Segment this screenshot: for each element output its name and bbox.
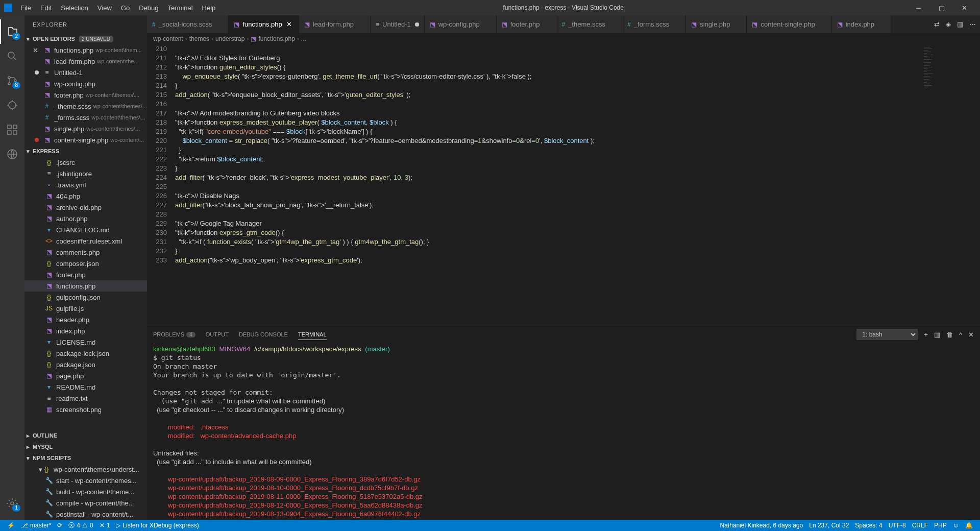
file-tree-item[interactable]: ≡.jshintignore bbox=[24, 168, 147, 179]
file-tree-item[interactable]: ▾CHANGELOG.md bbox=[24, 224, 147, 235]
debug-icon[interactable] bbox=[0, 93, 24, 117]
open-editor-item[interactable]: ✕#_forms.scsswp-content\themes\... bbox=[24, 112, 147, 123]
open-editor-item[interactable]: ✕⬔lead-form.phpwp-content\the... bbox=[24, 56, 147, 67]
settings-gear-icon[interactable]: 1 bbox=[0, 491, 24, 516]
file-tree-item[interactable]: <>codesniffer.ruleset.xml bbox=[24, 235, 147, 247]
language-mode[interactable]: PHP bbox=[931, 522, 950, 529]
file-tree-item[interactable]: ⬔comments.php bbox=[24, 247, 147, 258]
file-tree-item[interactable]: ▦screenshot.png bbox=[24, 404, 147, 415]
git-blame[interactable]: Nathaniel Kinkead, 6 days ago bbox=[717, 522, 806, 529]
npm-script-item[interactable]: 🔧postinstall - wp-content/t... bbox=[24, 509, 147, 520]
search-icon[interactable] bbox=[0, 44, 24, 68]
breadcrumb[interactable]: wp-content› themes› understrap› ⬔ functi… bbox=[147, 33, 980, 44]
file-tree-item[interactable]: {}composer.json bbox=[24, 258, 147, 269]
scrollbar[interactable] bbox=[973, 44, 980, 326]
open-changes-icon[interactable]: ◈ bbox=[946, 20, 951, 28]
code-editor[interactable]: 210 211 212 213 214 215 216 217 218 219 … bbox=[147, 44, 980, 326]
minimap[interactable]: ▬▬▬▬▬▬▬▬▬▬▬▬▬▬▬▬▬▬▬▬▬▬▬▬▬▬▬▬▬▬▬▬▬▬▬▬▬▬▬▬… bbox=[922, 44, 973, 326]
menu-view[interactable]: View bbox=[93, 2, 116, 14]
file-tree-item[interactable]: ⬔archive-old.php bbox=[24, 202, 147, 213]
compare-icon[interactable]: ⇄ bbox=[934, 20, 940, 28]
maximize-panel-icon[interactable]: ^ bbox=[959, 331, 962, 339]
open-editor-item[interactable]: ✕#_theme.scsswp-content\themes\... bbox=[24, 101, 147, 112]
file-tree-item[interactable]: ▾LICENSE.md bbox=[24, 336, 147, 348]
file-tree-item[interactable]: JSgulpfile.js bbox=[24, 303, 147, 314]
file-tree-item[interactable]: ≡readme.txt bbox=[24, 393, 147, 404]
editor-tab[interactable]: ⬔content-single.php bbox=[747, 15, 831, 33]
file-tree-item[interactable]: {}package.json bbox=[24, 359, 147, 370]
terminal-selector[interactable]: 1: bash bbox=[856, 329, 918, 340]
terminal-content[interactable]: kinkena@aztehpl683 MINGW64 /c/xampp/htdo… bbox=[147, 343, 980, 520]
npm-script-item[interactable]: 🔧start - wp-content/themes... bbox=[24, 475, 147, 486]
file-tree-item[interactable]: {}.jscsrc bbox=[24, 157, 147, 168]
open-editor-item[interactable]: ✕⬔functions.phpwp-content\them... bbox=[24, 44, 147, 56]
encoding[interactable]: UTF-8 bbox=[886, 522, 909, 529]
menu-debug[interactable]: Debug bbox=[135, 2, 162, 14]
file-tree-item[interactable]: ▾README.md bbox=[24, 381, 147, 393]
remote-indicator[interactable]: ⚡ bbox=[4, 522, 18, 529]
more-icon[interactable]: ⋯ bbox=[969, 20, 976, 28]
problems-tab[interactable]: PROBLEMS4 bbox=[153, 329, 195, 340]
file-tree-item[interactable]: ⬔404.php bbox=[24, 190, 147, 202]
eol[interactable]: CRLF bbox=[909, 522, 931, 529]
editor-tab[interactable]: ⬔footer.php bbox=[497, 15, 557, 33]
npm-script-item[interactable]: 🔧compile - wp-content/the... bbox=[24, 497, 147, 509]
editor-tab[interactable]: ⬔single.php bbox=[686, 15, 747, 33]
close-icon[interactable]: ✕ bbox=[286, 20, 293, 28]
menu-file[interactable]: File bbox=[16, 2, 35, 14]
editor-tab[interactable]: #_theme.scss bbox=[556, 15, 622, 33]
file-tree-item[interactable]: ⬔header.php bbox=[24, 314, 147, 325]
explorer-icon[interactable]: 2 bbox=[0, 19, 24, 44]
editor-tab[interactable]: #_forms.scss bbox=[622, 15, 686, 33]
file-tree-item[interactable]: ⬔functions.php bbox=[24, 280, 147, 292]
file-tree-item[interactable]: ⬔author.php bbox=[24, 213, 147, 224]
file-tree-item[interactable]: ⬔footer.php bbox=[24, 269, 147, 280]
file-tree-item[interactable]: ⬔page.php bbox=[24, 370, 147, 381]
file-tree-item[interactable]: {}gulpconfig.json bbox=[24, 292, 147, 303]
open-editor-item[interactable]: ≡Untitled-1 bbox=[24, 67, 147, 78]
npm-script-item[interactable]: 🔧build - wp-content/theme... bbox=[24, 486, 147, 497]
close-panel-icon[interactable]: ✕ bbox=[968, 331, 974, 339]
menu-edit[interactable]: Edit bbox=[36, 2, 56, 14]
code-content[interactable]: "tk-c">// Editor Styles for Gutenberg "t… bbox=[175, 44, 980, 326]
mysql-header[interactable]: ▸ MYSQL bbox=[24, 441, 147, 452]
debug-target[interactable]: ▷ Listen for XDebug (express) bbox=[113, 522, 202, 529]
git-branch[interactable]: ⎇ master* bbox=[18, 522, 54, 529]
debug-console-tab[interactable]: DEBUG CONSOLE bbox=[239, 329, 288, 340]
menu-selection[interactable]: Selection bbox=[57, 2, 92, 14]
open-editors-header[interactable]: ▾ OPEN EDITORS 2 UNSAVED bbox=[24, 33, 147, 44]
close-button[interactable]: ✕ bbox=[953, 0, 976, 15]
extensions-icon[interactable] bbox=[0, 117, 24, 142]
menu-go[interactable]: Go bbox=[117, 2, 134, 14]
file-tree-item[interactable]: ⬔index.php bbox=[24, 325, 147, 336]
npm-package-item[interactable]: ▾{}wp-content\themes\underst... bbox=[24, 464, 147, 475]
close-icon[interactable]: ✕ bbox=[33, 46, 41, 54]
notifications-icon[interactable]: 🔔 bbox=[962, 522, 976, 529]
editor-tab[interactable]: ⬔functions.php✕ bbox=[229, 15, 299, 33]
split-terminal-icon[interactable]: ▥ bbox=[934, 331, 940, 339]
maximize-button[interactable]: ▢ bbox=[930, 0, 953, 15]
editor-tab[interactable]: ⬔index.php bbox=[832, 15, 891, 33]
open-editor-item[interactable]: ✕⬔wp-config.php bbox=[24, 78, 147, 89]
menu-terminal[interactable]: Terminal bbox=[163, 2, 197, 14]
open-editor-item[interactable]: ✕⬔footer.phpwp-content\themes\... bbox=[24, 89, 147, 101]
kill-terminal-icon[interactable]: 🗑 bbox=[946, 331, 953, 339]
editor-tab[interactable]: #_social-icons.scss bbox=[147, 15, 229, 33]
terminal-tab[interactable]: TERMINAL bbox=[298, 329, 327, 340]
sync-icon[interactable]: ⟳ bbox=[54, 522, 65, 529]
minimize-button[interactable]: ─ bbox=[907, 0, 930, 15]
cursor-position[interactable]: Ln 237, Col 32 bbox=[806, 522, 852, 529]
source-control-icon[interactable]: 8 bbox=[0, 68, 24, 93]
split-editor-icon[interactable]: ▥ bbox=[957, 20, 963, 28]
xdebug-errors[interactable]: ✕ 1 bbox=[96, 522, 113, 529]
editor-tab[interactable]: ⬔lead-form.php bbox=[299, 15, 371, 33]
menu-help[interactable]: Help bbox=[198, 2, 220, 14]
file-tree-item[interactable]: ⚬.travis.yml bbox=[24, 179, 147, 190]
file-tree-item[interactable]: {}package-lock.json bbox=[24, 348, 147, 359]
project-header[interactable]: ▾ EXPRESS bbox=[24, 146, 147, 157]
feedback-icon[interactable]: ☺ bbox=[950, 522, 962, 529]
output-tab[interactable]: OUTPUT bbox=[206, 329, 229, 340]
npm-scripts-header[interactable]: ▾ NPM SCRIPTS bbox=[24, 452, 147, 464]
remote-icon[interactable] bbox=[0, 142, 24, 166]
indentation[interactable]: Spaces: 4 bbox=[852, 522, 885, 529]
